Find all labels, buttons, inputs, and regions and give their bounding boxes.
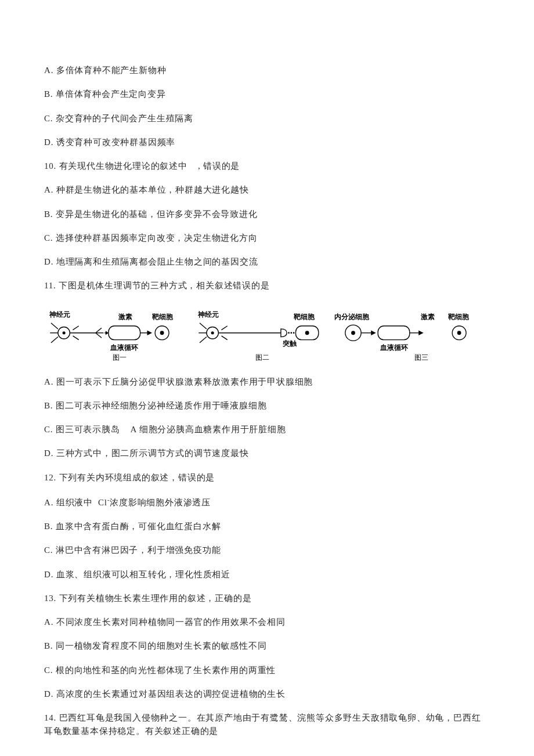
svg-point-28 <box>293 332 295 334</box>
svg-rect-35 <box>378 325 410 339</box>
q12-a-part2: 浓度影响细胞外液渗透压 <box>110 498 211 507</box>
svg-marker-13 <box>106 331 109 335</box>
q11-figure-svg: .lbl { font-family: "SimHei","黑体",sans-s… <box>44 303 490 367</box>
fig2-neuron-label: 神经元 <box>197 310 219 319</box>
svg-point-27 <box>290 332 292 334</box>
svg-rect-11 <box>109 325 140 339</box>
fig2-caption: 图二 <box>255 353 269 361</box>
q10-stem-a: 10. 有关现代生物进化理论的叙述中 <box>44 161 187 171</box>
q12-option-d: D. 血浆、组织液可以相互转化，理化性质相近 <box>44 568 490 581</box>
q12-a-part1: A. 组织液中 <box>44 498 93 507</box>
fig3-caption: 图三 <box>414 353 428 361</box>
fig3-blood-label: 血液循环 <box>380 343 408 351</box>
q11-stem: 11. 下图是机体生理调节的三种方式，相关叙述错误的是 <box>44 279 490 292</box>
q10-stem: 10. 有关现代生物进化理论的叙述中, 错误的是 <box>44 160 490 173</box>
fig2-target-label: 靶细胞 <box>293 312 315 320</box>
fig1-caption: 图一 <box>113 353 127 361</box>
q11-c-part1: C. 图三可表示胰岛 <box>44 425 120 434</box>
fig3-hormone-label: 激素 <box>420 312 435 320</box>
q9-option-a: A. 多倍体育种不能产生新物种 <box>44 64 490 77</box>
fig3-endocrine-label: 内分泌细胞 <box>334 312 370 320</box>
q13-option-a: A. 不同浓度生长素对同种植物同一器官的作用效果不会相同 <box>44 616 490 629</box>
svg-line-22 <box>200 337 207 342</box>
fig2-synapse-label: 突触 <box>282 339 297 347</box>
q11-option-c: C. 图三可表示胰岛A 细胞分泌胰高血糖素作用于肝脏细胞 <box>44 423 490 436</box>
q10-option-c: C. 选择使种群基因频率定向改变，决定生物进化方向 <box>44 231 490 245</box>
fig1-hormone-label: 激素 <box>118 312 132 320</box>
q10-stem-b: , 错误的是 <box>198 161 240 171</box>
q13-option-b: B. 同一植物发育程度不同的细胞对生长素的敏感性不同 <box>44 639 490 653</box>
q11-figure: .lbl { font-family: "SimHei","黑体",sans-s… <box>44 303 490 367</box>
q10-option-b: B. 变异是生物进化的基础，但许多变异不会导致进化 <box>44 208 490 221</box>
fig1-target-label: 靶细胞 <box>151 312 174 320</box>
svg-line-7 <box>73 335 78 339</box>
q11-option-a: A. 图一可表示下丘脑分泌促甲状腺激素释放激素作用于甲状腺细胞 <box>44 375 490 389</box>
q9-option-d: D. 诱变育种可改变种群基因频率 <box>44 136 490 149</box>
svg-marker-34 <box>371 330 376 335</box>
fig1-neuron-label: 神经元 <box>49 310 70 319</box>
svg-line-24 <box>221 325 227 330</box>
q10-option-a: A. 种群是生物进化的基本单位，种群越大进化越快 <box>44 183 490 197</box>
svg-point-26 <box>288 332 290 334</box>
q12-a-cl: Cl <box>98 498 107 507</box>
q12-option-b: B. 血浆中含有蛋白酶，可催化血红蛋白水解 <box>44 520 490 533</box>
svg-line-25 <box>221 335 227 339</box>
q11-option-d: D. 三种方式中，图二所示调节方式的调节速度最快 <box>44 447 490 460</box>
fig1-blood-label: 血液循环 <box>110 343 138 351</box>
svg-marker-15 <box>147 330 152 335</box>
svg-line-2 <box>51 323 58 328</box>
svg-point-30 <box>305 331 309 335</box>
svg-line-8 <box>96 328 102 333</box>
q12-option-a: A. 组织液中 Cl-浓度影响细胞外液渗透压 <box>44 495 490 509</box>
svg-point-1 <box>63 331 66 334</box>
svg-line-10 <box>96 332 102 338</box>
svg-line-6 <box>73 325 78 330</box>
svg-point-32 <box>351 331 355 335</box>
q10-option-d: D. 地理隔离和生殖隔离都会阻止生物之间的基因交流 <box>44 255 490 269</box>
svg-line-20 <box>200 323 207 328</box>
svg-point-39 <box>457 331 461 335</box>
q13-option-c: C. 根的向地性和茎的向光性都体现了生长素作用的两重性 <box>44 664 490 677</box>
svg-point-19 <box>211 331 214 334</box>
q13-stem: 13. 下列有关植物生长素生理作用的叙述，正确的是 <box>44 592 490 605</box>
svg-marker-37 <box>418 330 424 335</box>
q9-option-b: B. 单倍体育种会产生定向变异 <box>44 88 490 101</box>
q14-stem: 14. 巴西红耳龟是我国入侵物种之一。在其原产地由于有鹭鸶、浣熊等众多野生天敌猎… <box>44 711 490 739</box>
svg-line-4 <box>51 337 58 342</box>
svg-point-17 <box>160 331 164 335</box>
fig3-target-label: 靶细胞 <box>448 312 470 320</box>
q12-stem: 12. 下列有关内环境组成的叙述，错误的是 <box>44 471 490 484</box>
q11-c-part2: A 细胞分泌胰高血糖素作用于肝脏细胞 <box>131 425 286 434</box>
q12-option-c: C. 淋巴中含有淋巴因子，利于增强免疫功能 <box>44 544 490 557</box>
exam-page: A. 多倍体育种不能产生新物种 B. 单倍体育种会产生定向变异 C. 杂交育种的… <box>0 0 534 756</box>
q11-option-b: B. 图二可表示神经细胞分泌神经递质作用于唾液腺细胞 <box>44 399 490 413</box>
q13-option-d: D. 高浓度的生长素通过对基因组表达的调控促进植物的生长 <box>44 688 490 701</box>
q9-option-c: C. 杂交育种的子代间会产生生殖隔离 <box>44 112 490 125</box>
